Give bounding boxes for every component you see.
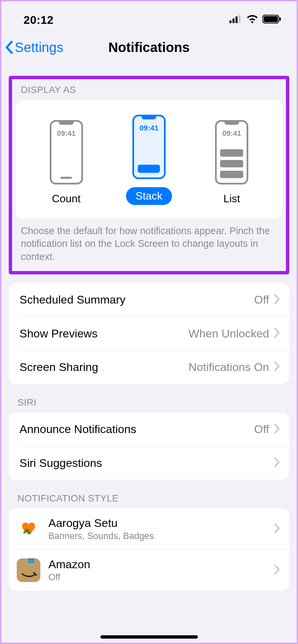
preview-time: 09:41 [217,129,247,138]
chevron-right-icon [274,424,280,435]
svg-rect-2 [236,16,238,23]
page-title: Notifications [108,40,189,55]
option-label-count: Count [52,193,80,205]
status-time: 20:12 [24,13,53,26]
svg-rect-5 [264,16,278,22]
back-label: Settings [15,40,63,55]
app-sub: Off [48,572,266,583]
row-value: Off [254,293,269,306]
svg-rect-9 [28,558,34,559]
svg-rect-3 [239,15,241,23]
preview-time: 09:41 [51,129,81,138]
display-option-count[interactable]: 09:41 Count [36,120,96,205]
app-row-amazon[interactable]: Amazon Off [17,549,289,591]
home-indicator[interactable] [100,635,198,639]
battery-icon [262,15,281,25]
cellular-icon [229,15,242,24]
count-preview-icon: 09:41 [50,120,83,184]
section-header-display: DISPLAY AS [15,79,283,100]
row-value: When Unlocked [188,327,269,340]
option-label-list: List [223,193,240,205]
back-button[interactable]: Settings [5,40,63,55]
list-preview-icon: 09:41 [215,120,248,184]
app-name: Aarogya Setu [48,517,266,530]
section-header-siri: SIRI [9,384,289,413]
app-row-aarogya-setu[interactable]: Aarogya Setu Banners, Sounds, Badges [9,508,289,549]
siri-card: Announce Notifications Off Siri Suggesti… [9,413,289,480]
row-value: Off [254,423,269,436]
notification-style-card: Aarogya Setu Banners, Sounds, Badges Ama… [9,508,289,591]
svg-rect-1 [232,18,235,23]
wifi-icon [246,15,258,25]
row-show-previews[interactable]: Show Previews When Unlocked [19,317,289,350]
status-icons [229,15,281,25]
display-as-card: 09:41 Count 09:41 Stack [15,100,283,218]
chevron-right-icon [274,565,280,576]
chevron-right-icon [274,362,280,372]
row-label: Screen Sharing [19,361,98,374]
preview-time: 09:41 [134,124,164,132]
chevron-right-icon [274,524,280,534]
svg-rect-6 [280,17,281,21]
row-scheduled-summary[interactable]: Scheduled Summary Off [9,283,289,317]
svg-rect-0 [229,20,231,23]
row-label: Siri Suggestions [19,457,102,470]
app-sub: Banners, Sounds, Badges [48,531,266,541]
section-header-style: NOTIFICATION STYLE [9,480,289,508]
chevron-right-icon [274,458,280,468]
row-screen-sharing[interactable]: Screen Sharing Notifications On [19,350,289,384]
display-as-highlight: DISPLAY AS 09:41 Count 09:41 [9,76,289,274]
chevron-right-icon [274,294,280,305]
app-name: Amazon [48,558,266,571]
stack-preview-icon: 09:41 [132,115,166,179]
row-value: Notifications On [188,361,269,374]
display-option-stack[interactable]: 09:41 Stack [119,115,179,205]
display-footer-text: Choose the default for how notifications… [15,218,283,264]
row-label: Scheduled Summary [19,293,126,306]
aarogya-setu-icon [17,517,40,541]
option-label-stack: Stack [126,187,172,205]
row-label: Show Previews [19,327,97,340]
row-announce-notifications[interactable]: Announce Notifications Off [9,413,289,446]
status-bar: 20:12 [0,0,298,34]
row-siri-suggestions[interactable]: Siri Suggestions [19,446,289,480]
chevron-right-icon [274,328,280,339]
display-option-list[interactable]: 09:41 List [202,120,262,205]
row-label: Announce Notifications [19,423,136,436]
nav-bar: Settings Notifications [0,34,298,64]
chevron-left-icon [5,40,13,54]
general-settings-card: Scheduled Summary Off Show Previews When… [9,283,289,384]
amazon-icon [17,558,40,582]
